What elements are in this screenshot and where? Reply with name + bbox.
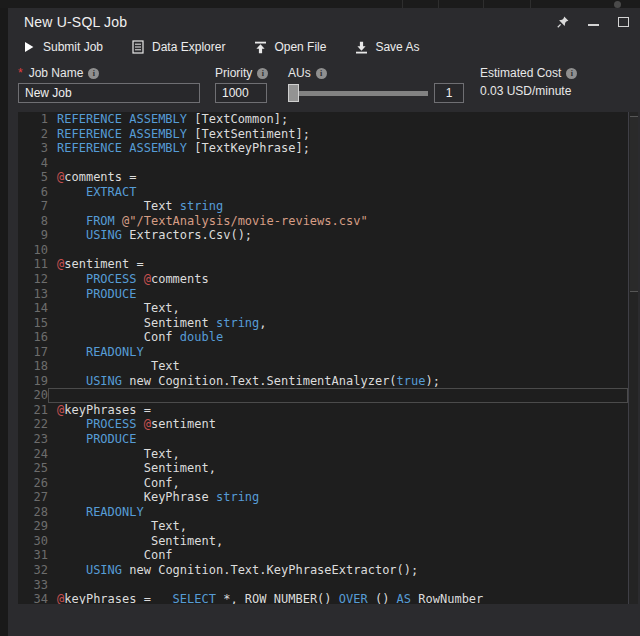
background-avatar-dot xyxy=(614,1,621,8)
code-line[interactable]: 29 Text, xyxy=(18,519,628,534)
code-line[interactable]: 27 KeyPhrase string xyxy=(18,490,628,505)
code-line[interactable]: 22 PROCESS @sentiment xyxy=(18,417,628,432)
code-line[interactable]: 18 Text xyxy=(18,359,628,374)
code-line[interactable]: 5@comments = xyxy=(18,170,628,185)
code-line[interactable]: 24 Text, xyxy=(18,447,628,462)
minimize-icon[interactable] xyxy=(586,15,600,29)
code-text: USING Extractors.Csv(); xyxy=(48,228,628,243)
code-line[interactable]: 14 Text, xyxy=(18,301,628,316)
background-divider xyxy=(402,0,403,8)
code-line[interactable]: 13 PRODUCE xyxy=(18,287,628,302)
code-line[interactable]: 1REFERENCE ASSEMBLY [TextCommon]; xyxy=(18,112,628,127)
code-line[interactable]: 4 xyxy=(18,156,628,171)
aus-value-box[interactable]: 1 xyxy=(434,83,464,103)
job-name-input[interactable] xyxy=(18,83,200,103)
code-text: PRODUCE xyxy=(48,287,628,302)
line-number: 34 xyxy=(18,592,48,604)
code-line[interactable]: 2REFERENCE ASSEMBLY [TextSentiment]; xyxy=(18,127,628,142)
line-number: 32 xyxy=(18,563,48,578)
line-number: 29 xyxy=(18,519,48,534)
code-line[interactable]: 16 Conf double xyxy=(18,330,628,345)
line-number: 17 xyxy=(18,345,48,360)
aus-slider-track[interactable] xyxy=(288,91,428,96)
code-text: USING new Cognition.Text.KeyPhraseExtrac… xyxy=(48,563,628,578)
code-line[interactable]: 11@sentiment = xyxy=(18,257,628,272)
document-icon xyxy=(131,40,145,54)
download-icon xyxy=(354,40,368,54)
code-text: REFERENCE ASSEMBLY [TextKeyPhrase]; xyxy=(48,141,628,156)
job-name-label: Job Name xyxy=(29,66,84,80)
code-line[interactable]: 17 READONLY xyxy=(18,345,628,360)
code-line[interactable]: 15 Sentiment string, xyxy=(18,316,628,331)
titlebar[interactable]: New U-SQL Job xyxy=(8,8,640,36)
code-text: Sentiment, xyxy=(48,534,628,549)
code-line[interactable]: 25 Sentiment, xyxy=(18,461,628,476)
code-text xyxy=(48,243,628,258)
priority-input[interactable] xyxy=(215,83,267,103)
code-text: PROCESS @comments xyxy=(48,272,628,287)
code-text: EXTRACT xyxy=(48,185,628,200)
code-text: Conf, xyxy=(48,476,628,491)
code-text xyxy=(48,578,628,593)
code-text: KeyPhrase string xyxy=(48,490,628,505)
code-text: FROM @"/TextAnalysis/movie-reviews.csv" xyxy=(48,214,628,229)
code-line[interactable]: 33 xyxy=(18,578,628,593)
info-icon[interactable] xyxy=(88,68,99,79)
pin-icon[interactable] xyxy=(556,15,570,29)
code-line[interactable]: 30 Sentiment, xyxy=(18,534,628,549)
code-text: PRODUCE xyxy=(48,432,628,447)
job-form: * Job Name Priority AUs 1 xyxy=(8,60,640,112)
code-text: Text, xyxy=(48,519,628,534)
code-text: READONLY xyxy=(48,345,628,360)
code-line[interactable]: 10 xyxy=(18,243,628,258)
info-icon[interactable] xyxy=(316,68,327,79)
code-line[interactable]: 32 USING new Cognition.Text.KeyPhraseExt… xyxy=(18,563,628,578)
code-line[interactable]: 34@keyPhrases = SELECT *, ROW_NUMBER() O… xyxy=(18,592,628,604)
titlebar-buttons xyxy=(556,8,630,36)
code-line[interactable]: 7 Text string xyxy=(18,199,628,214)
line-number: 33 xyxy=(18,578,48,593)
code-text: Text, xyxy=(48,447,628,462)
code-editor[interactable]: 1REFERENCE ASSEMBLY [TextCommon];2REFERE… xyxy=(18,112,628,604)
code-text: READONLY xyxy=(48,505,628,520)
code-line[interactable]: 8 FROM @"/TextAnalysis/movie-reviews.csv… xyxy=(18,214,628,229)
line-number: 6 xyxy=(18,185,48,200)
code-line[interactable]: 9 USING Extractors.Csv(); xyxy=(18,228,628,243)
code-line[interactable]: 31 Conf xyxy=(18,548,628,563)
aus-slider: 1 xyxy=(288,83,466,103)
line-number: 8 xyxy=(18,214,48,229)
submit-job-button[interactable]: Submit Job xyxy=(18,37,107,57)
line-number: 31 xyxy=(18,548,48,563)
info-icon[interactable] xyxy=(566,68,577,79)
code-line[interactable]: 28 READONLY xyxy=(18,505,628,520)
code-text: Conf double xyxy=(48,330,628,345)
line-number: 20 xyxy=(18,388,48,403)
aus-slider-handle[interactable] xyxy=(288,84,299,102)
editor-scrollbar[interactable] xyxy=(628,112,638,604)
code-line[interactable]: 19 USING new Cognition.Text.SentimentAna… xyxy=(18,374,628,389)
line-number: 25 xyxy=(18,461,48,476)
code-text: REFERENCE ASSEMBLY [TextSentiment]; xyxy=(48,127,628,142)
code-text: Text xyxy=(48,359,628,374)
line-number: 7 xyxy=(18,199,48,214)
priority-label-row: Priority xyxy=(215,66,268,80)
code-text: @comments = xyxy=(48,170,628,185)
background-divider xyxy=(483,0,484,8)
code-line[interactable]: 20 xyxy=(18,388,628,403)
info-icon[interactable] xyxy=(257,68,268,79)
aus-label-row: AUs xyxy=(288,66,327,80)
code-line[interactable]: 26 Conf, xyxy=(18,476,628,491)
maximize-icon[interactable] xyxy=(616,15,630,29)
data-explorer-button[interactable]: Data Explorer xyxy=(127,37,229,57)
code-line[interactable]: 21@keyPhrases = xyxy=(18,403,628,418)
editor-scrollbar-thumb[interactable] xyxy=(630,116,638,292)
open-file-button[interactable]: Open File xyxy=(249,37,330,57)
background-divider xyxy=(438,0,439,8)
code-line[interactable]: 3REFERENCE ASSEMBLY [TextKeyPhrase]; xyxy=(18,141,628,156)
code-line[interactable]: 6 EXTRACT xyxy=(18,185,628,200)
save-as-button[interactable]: Save As xyxy=(350,37,423,57)
code-line[interactable]: 23 PRODUCE xyxy=(18,432,628,447)
line-number: 16 xyxy=(18,330,48,345)
code-line[interactable]: 12 PROCESS @comments xyxy=(18,272,628,287)
line-number: 22 xyxy=(18,417,48,432)
